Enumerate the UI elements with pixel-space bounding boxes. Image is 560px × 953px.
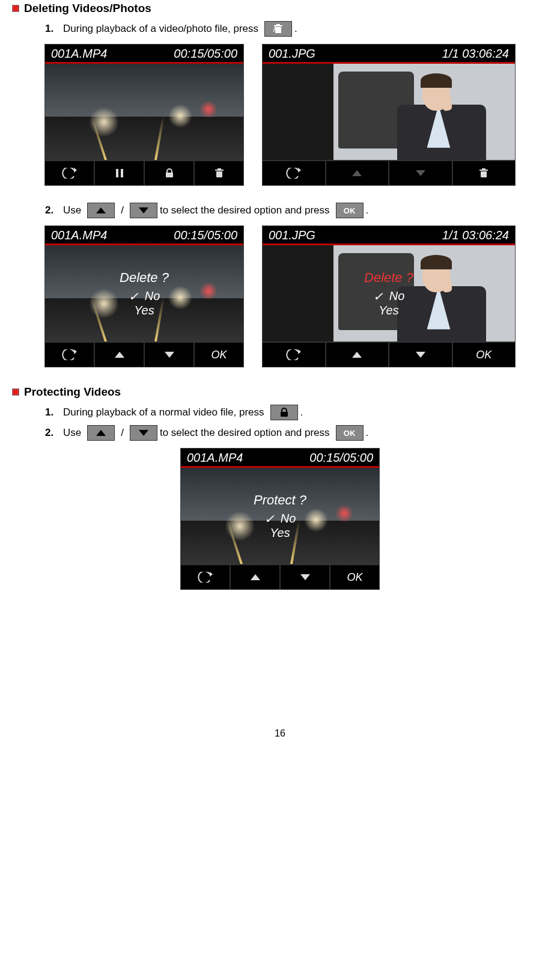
ok-button[interactable]: OK xyxy=(330,565,379,589)
dialog-option-yes[interactable]: Yes xyxy=(134,304,154,317)
page-number: 16 xyxy=(12,728,548,751)
ok-button[interactable]: OK xyxy=(195,343,243,367)
separator: / xyxy=(121,204,124,216)
up-icon[interactable] xyxy=(231,565,281,589)
dialog-option-yes[interactable]: Yes xyxy=(379,304,398,317)
up-icon[interactable] xyxy=(95,343,145,367)
screen-header: 001.JPG 1/1 03:06:24 xyxy=(263,44,515,62)
step-text: . xyxy=(366,427,369,439)
time-counter: 1/1 03:06:24 xyxy=(442,47,509,61)
down-icon xyxy=(130,425,157,441)
back-icon[interactable] xyxy=(263,161,326,185)
up-icon[interactable] xyxy=(326,343,390,367)
svg-marker-19 xyxy=(74,349,77,354)
svg-rect-7 xyxy=(166,173,173,177)
svg-marker-28 xyxy=(210,572,213,577)
device-screen-photo-delete: 001.JPG 1/1 03:06:24 Delete ? No Yes OK xyxy=(262,225,516,367)
svg-rect-0 xyxy=(275,27,281,33)
time-counter: 00:15/05:00 xyxy=(309,451,373,465)
trash-icon[interactable] xyxy=(195,161,243,185)
step-2: 2. Use / to select the desired option an… xyxy=(45,203,548,218)
dialog-title: Protect ? xyxy=(254,492,306,508)
bullet-icon xyxy=(12,388,19,396)
step-text: Use xyxy=(63,204,81,216)
svg-marker-18 xyxy=(139,207,148,213)
section-header-protecting: Protecting Videos xyxy=(12,385,548,399)
pause-icon[interactable] xyxy=(95,161,145,185)
screen-footer: OK xyxy=(181,564,379,589)
dialog-option-no[interactable]: No xyxy=(373,289,405,304)
time-counter: 00:15/05:00 xyxy=(174,47,237,61)
dialog-option-no[interactable]: No xyxy=(264,512,296,526)
back-icon[interactable] xyxy=(45,343,95,367)
down-icon[interactable] xyxy=(389,343,453,367)
svg-marker-13 xyxy=(416,170,425,176)
delete-dialog: Delete ? No Yes xyxy=(45,245,243,342)
svg-rect-5 xyxy=(116,169,118,177)
screen-preview-road: Protect ? No Yes xyxy=(181,468,379,564)
step-1: 1. During playback of a video/photo file… xyxy=(45,21,548,37)
screen-preview-cabin xyxy=(263,64,515,160)
time-counter: 1/1 03:06:24 xyxy=(442,228,509,242)
svg-marker-20 xyxy=(115,352,124,358)
down-icon[interactable] xyxy=(145,343,195,367)
screen-footer: OK xyxy=(45,342,243,367)
step-text: . xyxy=(300,406,303,418)
step-text: to select the desired option and press xyxy=(160,204,330,216)
separator: / xyxy=(121,427,124,439)
screen-header: 001A.MP4 00:15/05:00 xyxy=(181,449,379,466)
down-icon xyxy=(389,161,453,185)
ok-icon: OK xyxy=(336,203,364,218)
screen-header: 001A.MP4 00:15/05:00 xyxy=(45,44,243,62)
dialog-option-no[interactable]: No xyxy=(129,289,160,304)
screen-footer xyxy=(263,160,515,185)
svg-marker-29 xyxy=(251,574,260,580)
step-2: 2. Use / to select the desired option an… xyxy=(45,425,548,441)
down-icon xyxy=(130,203,157,218)
dialog-title: Delete ? xyxy=(120,270,169,286)
step-text: . xyxy=(366,204,369,216)
svg-rect-15 xyxy=(479,170,488,171)
svg-marker-22 xyxy=(298,349,301,354)
file-name: 001A.MP4 xyxy=(187,451,243,465)
back-icon[interactable] xyxy=(45,161,95,185)
section-header-deleting: Deleting Videos/Photos xyxy=(12,2,548,15)
file-name: 001.JPG xyxy=(269,47,315,61)
svg-marker-4 xyxy=(74,168,77,173)
svg-marker-12 xyxy=(352,170,362,176)
trash-icon[interactable] xyxy=(453,161,516,185)
dialog-title: Delete ? xyxy=(364,270,413,286)
section-title: Protecting Videos xyxy=(24,385,121,399)
time-counter: 00:15/05:00 xyxy=(174,228,237,242)
svg-marker-17 xyxy=(96,207,106,213)
screen-footer: OK xyxy=(263,342,515,367)
screen-preview-cabin: Delete ? No Yes xyxy=(263,245,515,342)
step-text: . xyxy=(294,23,297,35)
back-icon[interactable] xyxy=(263,343,326,367)
dialog-option-yes[interactable]: Yes xyxy=(270,526,290,540)
down-icon[interactable] xyxy=(281,565,330,589)
svg-rect-25 xyxy=(281,412,288,417)
delete-dialog: Delete ? No Yes xyxy=(263,245,515,342)
step-number: 2. xyxy=(45,204,63,216)
svg-rect-6 xyxy=(121,169,123,177)
lock-icon xyxy=(270,405,298,420)
svg-marker-27 xyxy=(139,430,148,436)
step-number: 1. xyxy=(45,23,63,35)
svg-marker-30 xyxy=(300,574,310,580)
step-text: During playback of a normal video file, … xyxy=(63,406,264,418)
screen-header: 001A.MP4 00:15/05:00 xyxy=(45,226,243,244)
back-icon[interactable] xyxy=(181,565,231,589)
step-number: 2. xyxy=(45,427,63,439)
svg-rect-1 xyxy=(274,25,282,26)
lock-icon[interactable] xyxy=(145,161,195,185)
screen-preview-road: Delete ? No Yes xyxy=(45,245,243,342)
step-1: 1. During playback of a normal video fil… xyxy=(45,405,548,420)
ok-button[interactable]: OK xyxy=(453,343,516,367)
screen-preview-road xyxy=(45,64,243,160)
device-screen-photo-playback: 001.JPG 1/1 03:06:24 xyxy=(262,44,516,186)
section-title: Deleting Videos/Photos xyxy=(24,2,151,15)
playback-screens-row: 001A.MP4 00:15/05:00 001.JPG 1/1 03:06:2… xyxy=(12,44,548,186)
svg-rect-16 xyxy=(482,168,485,170)
protect-dialog: Protect ? No Yes xyxy=(181,468,379,564)
